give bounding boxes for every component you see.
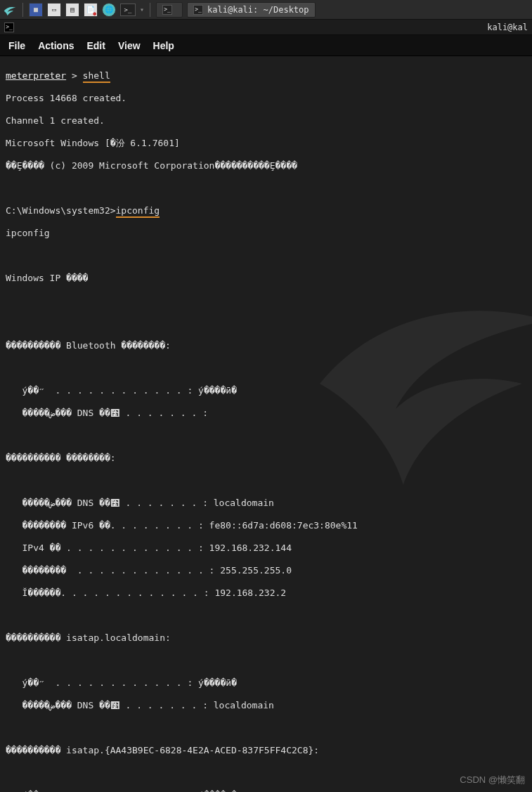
terminal-line: Windows IP ����: [6, 273, 526, 284]
terminal-line: [6, 430, 526, 441]
terminal-line: [6, 610, 526, 621]
files-icon[interactable]: ▭: [47, 3, 61, 17]
window-titlebar[interactable]: >_ kali@kal: [0, 20, 532, 35]
terminal-line: ��Ȩ���� (c) 2009 Microsoft Corporation��…: [6, 160, 526, 171]
watermark-text: CSDN @懒笑翻: [460, 774, 525, 786]
panel-separator: [150, 3, 150, 17]
terminal-icon: >_: [162, 5, 172, 15]
app-icon[interactable]: ▤: [65, 3, 79, 17]
terminal-line: ���������� ��������:: [6, 453, 526, 464]
terminal-line: �������� IPv6 ��. . . . . . . . : fe80::…: [6, 520, 526, 531]
terminal-line: Ĭ������. . . . . . . . . . . . . : 192.1…: [6, 587, 526, 599]
menu-actions[interactable]: Actions: [38, 40, 74, 51]
menu-view[interactable]: View: [118, 40, 141, 51]
cmd-ipconfig: ipconfig: [116, 205, 160, 218]
terminal-line: �����ض��� DNS ��׺ . . . . . . . : locald…: [6, 498, 526, 509]
terminal-line: [6, 250, 526, 261]
kali-logo-icon[interactable]: [3, 3, 17, 17]
cmd-shell: shell: [83, 70, 110, 83]
terminal-line: C:\Windows\system32>ipconfig: [6, 205, 526, 216]
terminal-line: ý��״ . . . . . . . . . . . . : ý����ӣ�: [6, 677, 526, 689]
terminal-line: ý��״ . . . . . . . . . . . . : ý����ӣ�: [6, 385, 526, 396]
panel-separator: [22, 3, 23, 17]
terminal-icon: >_: [193, 5, 203, 15]
terminal-line: �������� . . . . . . . . . . . . : 255.2…: [6, 565, 526, 576]
terminal-line: ���������� isatap.{AA43B9EC-6828-4E2A-AC…: [6, 745, 526, 756]
terminal-line: Microsoft Windows [�汾 6.1.7601]: [6, 138, 526, 149]
prompt-meterpreter: meterpreter: [6, 70, 66, 81]
terminal-line: ���������� Bluetooth ��������:: [6, 340, 526, 351]
terminal-line: IPv4 �� . . . . . . . . . . . . : 192.16…: [6, 543, 526, 554]
prompt-path: C:\Windows\system32>: [6, 205, 116, 216]
terminal-line: ���������� isatap.localdomain:: [6, 632, 526, 644]
terminal-line: [6, 475, 526, 486]
menu-file[interactable]: File: [8, 40, 25, 51]
menu-edit[interactable]: Edit: [86, 40, 105, 51]
terminal-line: [6, 655, 526, 666]
taskbar-item-terminal-2[interactable]: >_ kali@kali: ~/Desktop: [187, 2, 316, 18]
prompt-sep: >: [66, 70, 82, 81]
menu-help[interactable]: Help: [153, 40, 174, 51]
terminal-line: [6, 363, 526, 374]
terminal-line: [6, 767, 526, 779]
menu-bar: File Actions Edit View Help: [0, 35, 532, 56]
panel-chevron-icon[interactable]: ▾: [140, 6, 144, 13]
terminal-output[interactable]: meterpreter > shell Process 14668 create…: [0, 56, 532, 792]
terminal-line: �����ض��� DNS ��׺ . . . . . . . :: [6, 408, 526, 419]
taskbar-item-label: kali@kali: ~/Desktop: [207, 5, 309, 15]
terminal-launcher-icon[interactable]: >_: [120, 4, 136, 16]
desktop-panel: ■ ▭ ▤ 📄 🌐 >_ ▾ >_ >_ kali@kali: ~/Deskto…: [0, 0, 532, 20]
terminal-line: [6, 183, 526, 194]
notes-icon[interactable]: 📄: [84, 3, 98, 17]
terminal-line: Channel 1 created.: [6, 115, 526, 126]
terminal-line: [6, 295, 526, 306]
app-launcher-icon[interactable]: ■: [29, 3, 43, 17]
terminal-line: �����ض��� DNS ��׺ . . . . . . . : locald…: [6, 700, 526, 711]
browser-icon[interactable]: 🌐: [102, 3, 116, 17]
terminal-line: meterpreter > shell: [6, 70, 526, 82]
terminal-line: [6, 318, 526, 329]
terminal-window: >_ kali@kal File Actions Edit View Help …: [0, 20, 532, 792]
terminal-line: [6, 722, 526, 734]
taskbar-item-terminal-1[interactable]: >_: [156, 2, 183, 18]
terminal-line: Process 14668 created.: [6, 93, 526, 104]
window-title: kali@kal: [487, 22, 528, 32]
terminal-line: ipconfig: [6, 228, 526, 239]
window-app-icon: >_: [4, 22, 14, 32]
